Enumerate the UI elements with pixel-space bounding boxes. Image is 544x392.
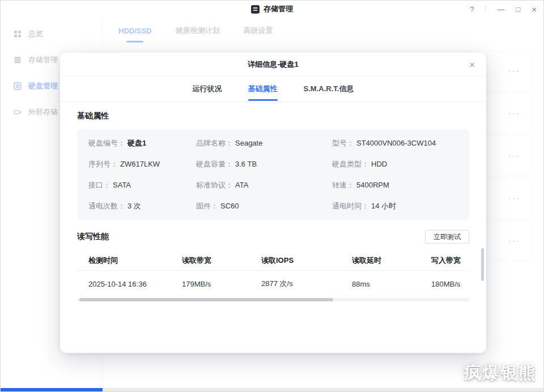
dialog-title: 详细信息-硬盘1 bbox=[248, 59, 299, 70]
property-label: 型号： bbox=[332, 138, 354, 148]
tab-running-status[interactable]: 运行状况 bbox=[193, 77, 222, 101]
window-close-icon[interactable]: × bbox=[532, 5, 537, 14]
column-header-read-latency: 读取延时 bbox=[341, 255, 420, 266]
table-row: 2025-10-14 16:36 179MB/s 2877 次/s 88ms 1… bbox=[77, 271, 469, 297]
dialog-header: 详细信息-硬盘1 × bbox=[60, 53, 486, 76]
tab-label: 运行状况 bbox=[193, 84, 222, 93]
property-value: Seagate bbox=[235, 139, 262, 147]
bottom-scroll-thumb[interactable] bbox=[1, 388, 103, 391]
basic-properties-heading: 基础属性 bbox=[77, 111, 469, 121]
property-value: SC60 bbox=[220, 202, 239, 210]
property-value: 3.6 TB bbox=[235, 160, 257, 168]
property-power-on-count: 通电次数： 3 次 bbox=[88, 195, 196, 216]
column-header-test-time: 检测时间 bbox=[77, 255, 171, 266]
vertical-scrollbar-thumb[interactable] bbox=[481, 248, 484, 281]
property-firmware: 固件： SC60 bbox=[196, 195, 332, 216]
property-label: 固件： bbox=[196, 201, 218, 211]
property-label: 标准协议： bbox=[196, 180, 233, 190]
property-serial-number: 序列号： ZW617LKW bbox=[88, 154, 196, 174]
maximize-icon[interactable]: □ bbox=[516, 6, 520, 13]
property-value: HDD bbox=[371, 160, 387, 168]
property-value: 3 次 bbox=[128, 201, 141, 211]
property-value: SATA bbox=[113, 181, 131, 189]
disk-details-dialog: 详细信息-硬盘1 × 运行状况 基础属性 S.M.A.R.T.信息 基础属性 硬… bbox=[60, 53, 486, 353]
titlebar-divider bbox=[485, 6, 486, 12]
storage-manager-window: 存储管理 ? — □ × 总览 存储管理 bbox=[0, 0, 544, 392]
cell-read-latency: 88ms bbox=[341, 280, 420, 288]
table-header-row: 检测时间 读取带宽 读取IOPS 读取延时 写入带宽 bbox=[77, 250, 469, 271]
property-label: 硬盘编号： bbox=[88, 138, 125, 148]
property-disk-type: 硬盘类型： HDD bbox=[332, 154, 458, 174]
property-label: 接口： bbox=[88, 180, 110, 190]
test-now-button[interactable]: 立即测试 bbox=[425, 230, 469, 244]
titlebar-app: 存储管理 bbox=[251, 4, 293, 14]
performance-heading: 读写性能 bbox=[77, 232, 109, 242]
property-label: 序列号： bbox=[88, 159, 118, 169]
property-label: 品牌名称： bbox=[196, 138, 233, 148]
titlebar: 存储管理 ? — □ × bbox=[1, 1, 543, 18]
property-power-on-hours: 通电时间： 14 小时 bbox=[332, 195, 458, 216]
window-title: 存储管理 bbox=[264, 4, 293, 14]
tab-label: 基础属性 bbox=[248, 84, 278, 93]
cell-test-time: 2025-10-14 16:36 bbox=[77, 280, 171, 288]
property-value: ZW617LKW bbox=[120, 160, 160, 168]
property-value: 14 小时 bbox=[371, 201, 396, 211]
property-disk-number: 硬盘编号： 硬盘1 bbox=[88, 133, 196, 154]
cell-read-bandwidth: 179MB/s bbox=[171, 280, 250, 288]
minimize-icon[interactable]: — bbox=[497, 6, 504, 13]
active-tab-underline bbox=[248, 99, 278, 101]
property-interface: 接口： SATA bbox=[88, 174, 196, 195]
property-rpm: 转速： 5400RPM bbox=[332, 174, 458, 195]
property-value: 5400RPM bbox=[356, 181, 389, 189]
window-controls: ? — □ × bbox=[470, 1, 537, 18]
horizontal-scrollbar-thumb[interactable] bbox=[79, 298, 333, 301]
column-header-read-iops: 读取IOPS bbox=[250, 255, 341, 266]
app-logo-icon bbox=[251, 5, 260, 14]
property-value: ATA bbox=[235, 181, 248, 189]
property-label: 通电次数： bbox=[88, 201, 125, 211]
property-value: 硬盘1 bbox=[128, 138, 146, 148]
basic-properties-panel: 硬盘编号： 硬盘1 品牌名称： Seagate 型号： ST4000VN006-… bbox=[77, 129, 469, 220]
performance-section-header: 读写性能 立即测试 bbox=[77, 230, 469, 244]
property-protocol: 标准协议： ATA bbox=[196, 174, 332, 195]
property-label: 硬盘容量： bbox=[196, 159, 233, 169]
column-header-write-bandwidth: 写入带宽 bbox=[420, 255, 469, 266]
dialog-body: 基础属性 硬盘编号： 硬盘1 品牌名称： Seagate 型号： ST4000V… bbox=[60, 102, 486, 301]
cell-read-iops: 2877 次/s bbox=[250, 279, 341, 289]
performance-table: 检测时间 读取带宽 读取IOPS 读取延时 写入带宽 2025-10-14 16… bbox=[77, 250, 469, 301]
cell-write-bandwidth: 180MB/s bbox=[420, 280, 469, 288]
property-model: 型号： ST4000VN006-3CW104 bbox=[332, 133, 458, 154]
tab-basic-properties[interactable]: 基础属性 bbox=[248, 77, 278, 101]
tab-label: S.M.A.R.T.信息 bbox=[304, 84, 354, 93]
tab-smart-info[interactable]: S.M.A.R.T.信息 bbox=[304, 77, 354, 101]
property-brand: 品牌名称： Seagate bbox=[196, 133, 332, 154]
bottom-scroll-strip[interactable] bbox=[1, 388, 543, 391]
property-capacity: 硬盘容量： 3.6 TB bbox=[196, 154, 332, 174]
dialog-tabs: 运行状况 基础属性 S.M.A.R.T.信息 bbox=[60, 76, 486, 102]
dialog-close-icon[interactable]: × bbox=[469, 59, 475, 69]
property-value: ST4000VN006-3CW104 bbox=[356, 139, 436, 147]
property-label: 通电时间： bbox=[332, 201, 369, 211]
watermark-text: 疯爆银熊 bbox=[464, 361, 537, 385]
help-icon[interactable]: ? bbox=[470, 6, 474, 13]
horizontal-scrollbar[interactable] bbox=[77, 298, 469, 301]
property-label: 硬盘类型： bbox=[332, 159, 369, 169]
column-header-read-bandwidth: 读取带宽 bbox=[171, 255, 250, 266]
property-label: 转速： bbox=[332, 180, 354, 190]
